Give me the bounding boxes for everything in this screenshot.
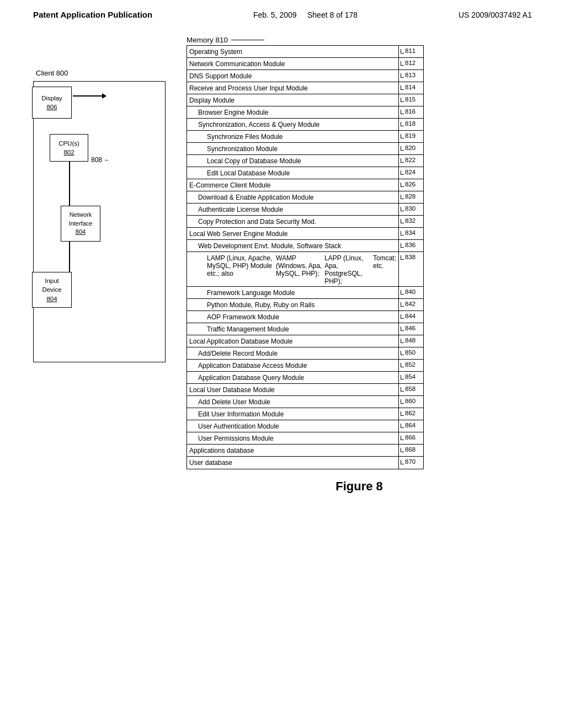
module-cell: Edit User Information Module [187, 408, 399, 420]
input-box: InputDevice 804 [32, 272, 72, 308]
header-publication-label: Patent Application Publication [33, 10, 152, 19]
display-label: Display [41, 94, 62, 103]
ref-cell: 828 [399, 191, 423, 203]
main-content: Client 800 Display 806 CPU(s) 802 808 ← … [0, 25, 565, 516]
table-row: DNS Support Module813 [187, 70, 423, 82]
header-patent-number: US 2009/0037492 A1 [459, 10, 532, 19]
header-date-sheet: Feb. 5, 2009 Sheet 8 of 178 [253, 10, 358, 19]
ref-cell: 816 [399, 106, 423, 118]
module-cell: Applications database [187, 445, 399, 456]
table-row: Authenticate License Module830 [187, 204, 423, 216]
table-row: E-Commerce Client Module826 [187, 179, 423, 191]
header-sheet: Sheet 8 of 178 [307, 10, 358, 19]
table-row: Framework Language Module840 [187, 287, 423, 299]
ref-cell: 814 [399, 82, 423, 94]
ref-cell: 838 [399, 252, 423, 286]
table-row: Local Application Database Module848 [187, 335, 423, 347]
client-arrow [73, 95, 106, 97]
ref-cell: 836 [399, 240, 423, 251]
table-row: Python Module, Ruby, Ruby on Rails842 [187, 299, 423, 311]
table-row: Synchronization, Access & Query Module81… [187, 119, 423, 131]
module-cell: Synchronize Files Module [187, 131, 399, 142]
table-row: Local User Database Module858 [187, 384, 423, 396]
ref-cell: 848 [399, 335, 423, 347]
display-num: 806 [46, 103, 57, 111]
ref-cell: 820 [399, 143, 423, 154]
module-cell: LAMP (Linux, Apache, MySQL, PHP) Module … [187, 252, 399, 286]
ref-cell: 842 [399, 299, 423, 311]
table-row: Display Module815 [187, 94, 423, 106]
module-cell: Edit Local Database Module [187, 167, 399, 179]
table-row: Edit Local Database Module824 [187, 167, 423, 179]
cpu-box: CPU(s) 802 [50, 134, 88, 162]
ref-cell: 826 [399, 179, 423, 191]
table-row: Network Communication Module812 [187, 58, 423, 70]
vert-line-2 [69, 242, 70, 272]
ref-cell: 824 [399, 167, 423, 179]
module-cell: Display Module [187, 94, 399, 106]
ref-cell: 854 [399, 372, 423, 383]
ref-cell: 864 [399, 420, 423, 432]
table-row: Add Delete User Module860 [187, 396, 423, 408]
input-label: InputDevice [42, 276, 61, 294]
vert-line-1 [69, 162, 70, 206]
ref-cell: 812 [399, 58, 423, 69]
module-cell: Synchronization, Access & Query Module [187, 119, 399, 130]
table-row: User database870 [187, 457, 423, 469]
ref-cell: 818 [399, 119, 423, 130]
memory-label: Memory 810 [186, 36, 532, 44]
module-cell: Traffic Management Module [187, 323, 399, 335]
display-box: Display 806 [32, 87, 72, 119]
table-row: Copy Protection and Data Security Mod.83… [187, 216, 423, 228]
ref-cell: 858 [399, 384, 423, 395]
ref-cell: 822 [399, 155, 423, 167]
module-cell: Receive and Process User Input Module [187, 82, 399, 94]
ref-cell: 846 [399, 323, 423, 335]
table-row: Local Web Server Engine Module834 [187, 228, 423, 240]
module-cell: Framework Language Module [187, 287, 399, 298]
header-date: Feb. 5, 2009 [253, 10, 297, 19]
module-cell: Application Database Access Module [187, 360, 399, 371]
module-cell: Copy Protection and Data Security Mod. [187, 216, 399, 227]
table-row: Local Copy of Database Module822 [187, 155, 423, 167]
ref-cell: 862 [399, 408, 423, 420]
table-row: Edit User Information Module862 [187, 408, 423, 420]
table-row: AOP Framework Module844 [187, 311, 423, 323]
ref-cell: 830 [399, 204, 423, 215]
module-cell: User Permissions Module [187, 432, 399, 444]
ref-cell: 811 [399, 46, 423, 57]
table-row: Web Development Envt. Module, Software S… [187, 240, 423, 252]
page-header: Patent Application Publication Feb. 5, 2… [0, 0, 565, 25]
table-row: Synchronize Files Module819 [187, 131, 423, 143]
module-cell: Local Copy of Database Module [187, 155, 399, 167]
input-num: 804 [46, 295, 57, 303]
module-cell: Authenticate License Module [187, 204, 399, 215]
module-table: Operating System811Network Communication… [186, 45, 424, 469]
module-cell: DNS Support Module [187, 70, 399, 82]
cpu-num: 802 [63, 148, 74, 157]
table-row: Applications database868 [187, 445, 423, 457]
figure-caption: Figure 8 [186, 479, 532, 494]
table-row: Synchronization Module820 [187, 143, 423, 155]
ref-cell: 850 [399, 347, 423, 359]
ref-cell: 868 [399, 445, 423, 456]
ref-cell: 834 [399, 228, 423, 239]
module-cell: User database [187, 457, 399, 469]
module-cell: Add Delete User Module [187, 396, 399, 408]
client-label: Client 800 [36, 69, 68, 77]
module-cell: Local Application Database Module [187, 335, 399, 347]
network-num: 804 [76, 228, 86, 236]
table-row: LAMP (Linux, Apache, MySQL, PHP) Module … [187, 252, 423, 287]
table-row: Browser Engine Module816 [187, 106, 423, 119]
ref-cell: 860 [399, 396, 423, 408]
ref-cell: 813 [399, 70, 423, 82]
module-cell: E-Commerce Client Module [187, 179, 399, 191]
table-row: Add/Delete Record Module850 [187, 347, 423, 360]
table-row: Receive and Process User Input Module814 [187, 82, 423, 94]
module-section: Memory 810 Operating System811Network Co… [186, 36, 532, 469]
module-cell: Local User Database Module [187, 384, 399, 395]
module-cell: Application Database Query Module [187, 372, 399, 383]
table-row: Traffic Management Module846 [187, 323, 423, 335]
ref-cell: 819 [399, 131, 423, 142]
module-cell: Local Web Server Engine Module [187, 228, 399, 239]
